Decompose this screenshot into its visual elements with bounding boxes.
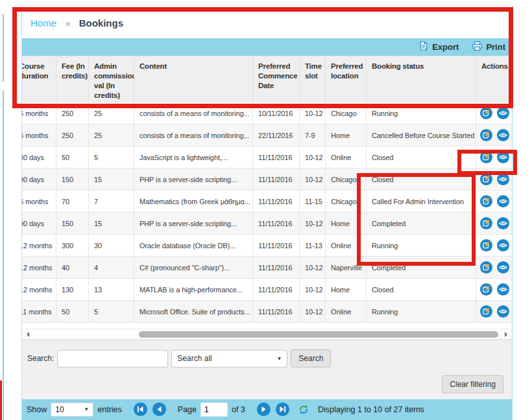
edit-icon bbox=[480, 173, 492, 185]
cell-course-duration: 6 months bbox=[22, 102, 56, 124]
breadcrumb-home-link[interactable]: Home bbox=[30, 18, 56, 29]
cell-commission: 15 bbox=[89, 169, 134, 191]
print-button[interactable]: Print bbox=[472, 41, 505, 53]
search-column-select[interactable]: Search all ▼ bbox=[171, 350, 287, 368]
refresh-button[interactable] bbox=[298, 404, 309, 415]
edit-icon bbox=[480, 129, 492, 141]
edit-booking-button[interactable] bbox=[480, 261, 492, 274]
cell-fee: 40 bbox=[56, 257, 89, 279]
cell-fee: 300 bbox=[56, 235, 89, 257]
next-page-button[interactable] bbox=[257, 402, 271, 416]
cell-booking-status: Running bbox=[367, 235, 476, 257]
cell-location: Chicago bbox=[326, 102, 367, 124]
cell-actions bbox=[476, 279, 513, 301]
view-booking-button[interactable] bbox=[497, 195, 509, 207]
pagination-bar: Show 10 ▼ entries Page of 3 bbox=[22, 399, 512, 420]
annotation-strip-left-edge bbox=[0, 380, 2, 420]
cell-course-duration: 6 months bbox=[22, 124, 56, 146]
cell-actions bbox=[476, 146, 513, 169]
cell-commission: 7 bbox=[89, 191, 134, 213]
cell-commence-date: 11/11/2016 bbox=[253, 146, 300, 169]
cell-content: MATLAB is a high-performance... bbox=[134, 279, 253, 301]
cell-commission: 30 bbox=[89, 235, 134, 257]
cell-location: Home bbox=[326, 213, 367, 235]
cell-content: JavaScript is a lightweight,... bbox=[134, 146, 253, 169]
first-page-button[interactable] bbox=[134, 402, 147, 416]
table-row: 6 months 70 7 Mathematics (from Greek μά… bbox=[22, 191, 512, 213]
chevron-down-icon: ▼ bbox=[84, 406, 89, 412]
clear-filtering-row: Clear filtering bbox=[27, 375, 505, 393]
col-header-commence-date: Preferred Commence Date bbox=[253, 56, 300, 102]
table-row: 11 months 50 5 Microsoft Office. Suite o… bbox=[22, 301, 512, 323]
next-page-icon bbox=[260, 406, 267, 413]
horizontal-scrollbar[interactable] bbox=[22, 329, 512, 340]
cell-booking-status: Closed bbox=[367, 169, 476, 191]
search-input[interactable] bbox=[57, 350, 168, 368]
edit-booking-button[interactable] bbox=[480, 283, 492, 296]
cell-actions bbox=[476, 124, 513, 146]
view-booking-button[interactable] bbox=[497, 283, 509, 296]
previous-page-button[interactable] bbox=[152, 402, 166, 416]
eye-icon bbox=[497, 217, 509, 229]
edit-booking-button[interactable] bbox=[480, 173, 492, 185]
total-pages-label: of 3 bbox=[232, 405, 245, 414]
scroll-left-arrow-icon[interactable] bbox=[27, 332, 29, 337]
cell-content: Oracle database (Oracle DB)... bbox=[134, 235, 253, 257]
scrollbar-thumb[interactable] bbox=[139, 331, 498, 338]
view-booking-button[interactable] bbox=[497, 217, 509, 229]
edit-icon bbox=[480, 261, 492, 274]
edit-booking-button[interactable] bbox=[480, 129, 492, 141]
edit-booking-button[interactable] bbox=[480, 239, 492, 251]
export-button[interactable]: Export bbox=[418, 41, 459, 53]
search-label: Search: bbox=[27, 354, 54, 363]
cell-time-slot: 10-12 bbox=[300, 102, 326, 124]
last-page-button[interactable] bbox=[276, 402, 289, 416]
view-booking-button[interactable] bbox=[497, 173, 509, 185]
first-page-icon bbox=[137, 406, 144, 413]
cell-content: Microsoft Office. Suite of products... bbox=[134, 301, 253, 323]
cell-course-duration: 12 months bbox=[22, 235, 56, 257]
page-number-input[interactable] bbox=[200, 402, 228, 417]
bookings-table-scroll-area: Course duration Fee (In credits) Admin c… bbox=[22, 56, 512, 323]
edit-booking-button[interactable] bbox=[480, 305, 492, 318]
cell-fee: 150 bbox=[56, 169, 89, 191]
view-booking-button[interactable] bbox=[497, 261, 509, 274]
edit-icon bbox=[480, 107, 492, 119]
edit-icon bbox=[480, 283, 492, 296]
cell-booking-status: Called For Admin Intervention bbox=[367, 191, 476, 213]
view-booking-button[interactable] bbox=[497, 239, 509, 251]
clear-filtering-button[interactable]: Clear filtering bbox=[442, 375, 503, 393]
view-booking-button[interactable] bbox=[497, 129, 509, 141]
export-icon bbox=[418, 41, 429, 53]
entries-label: entries bbox=[97, 405, 122, 414]
view-booking-button[interactable] bbox=[497, 107, 509, 119]
cell-booking-status: Cancelled Before Course Started bbox=[367, 124, 476, 146]
chevron-down-icon: ▼ bbox=[276, 356, 282, 362]
page-size-select[interactable]: 10 ▼ bbox=[51, 402, 93, 417]
search-button[interactable]: Search bbox=[291, 349, 331, 368]
view-booking-button[interactable] bbox=[497, 305, 509, 318]
table-row: 6 months 250 25 consists of a means of m… bbox=[22, 102, 512, 124]
cell-fee: 50 bbox=[56, 146, 89, 169]
scroll-right-arrow-icon[interactable] bbox=[505, 332, 507, 337]
table-toolbar: Export Print bbox=[22, 38, 512, 56]
cell-fee: 50 bbox=[56, 301, 89, 323]
cell-commission: 4 bbox=[89, 257, 134, 279]
edit-booking-button[interactable] bbox=[480, 217, 492, 229]
cell-course-duration: 90 days bbox=[22, 169, 56, 191]
edit-booking-button[interactable] bbox=[480, 107, 492, 119]
cell-content: consists of a means of monitoring... bbox=[134, 102, 253, 124]
pagination-status: Displaying 1 to 10 of 27 items bbox=[318, 405, 424, 414]
page-label: Page bbox=[178, 405, 197, 414]
cell-commission: 5 bbox=[89, 146, 134, 169]
view-booking-button[interactable] bbox=[497, 151, 509, 163]
cell-time-slot: 11-13 bbox=[300, 235, 326, 257]
edit-booking-button[interactable] bbox=[480, 195, 492, 207]
sidebar-edge-top bbox=[3, 14, 4, 82]
col-header-fee: Fee (In credits) bbox=[56, 56, 89, 102]
cell-booking-status: Completed bbox=[367, 213, 476, 235]
eye-icon bbox=[497, 195, 509, 207]
col-header-actions: Actions bbox=[476, 56, 513, 102]
cell-commence-date: 11/11/2016 bbox=[253, 279, 300, 301]
edit-booking-button[interactable] bbox=[480, 151, 492, 163]
